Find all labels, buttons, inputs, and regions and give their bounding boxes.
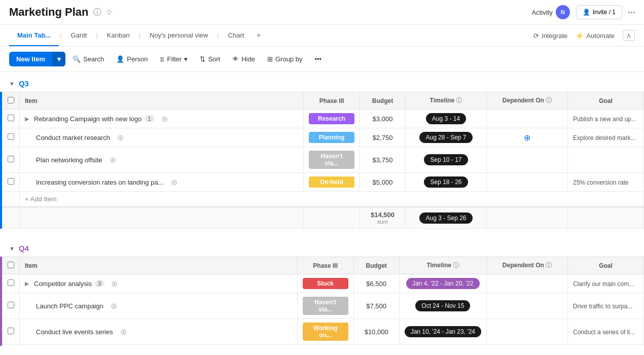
phase-badge[interactable]: Research — [309, 113, 354, 124]
new-item-dropdown-arrow[interactable]: ▾ — [52, 52, 65, 66]
phase-badge[interactable]: On-hold — [309, 176, 354, 188]
row-checkbox-cell[interactable] — [3, 128, 20, 147]
filter-button[interactable]: ⧖ Filter ▾ — [155, 52, 193, 66]
timeline-cell[interactable]: Aug 28 - Sep 7 — [406, 128, 487, 147]
select-all-q4[interactable] — [8, 262, 14, 268]
add-item-row[interactable]: + Add Item — [3, 345, 644, 346]
budget-value: $5,000 — [373, 179, 393, 186]
col-check-q4[interactable] — [3, 257, 20, 274]
hide-button[interactable]: 👁 Hide — [227, 52, 260, 66]
item-badge: 3 — [95, 280, 104, 287]
timeline-cell[interactable]: Oct 24 - Nov 15 — [399, 293, 486, 319]
timeline-badge[interactable]: Sep 18 - 26 — [424, 176, 468, 188]
phase-badge[interactable]: Haven't sta... — [309, 151, 354, 169]
timeline-badge[interactable]: Jan 4, '22 - Jan 20, '22 — [406, 278, 480, 289]
timeline-info-icon-q4[interactable]: ⓘ — [453, 262, 459, 269]
phase-cell[interactable]: Stuck — [297, 274, 353, 293]
star-icon[interactable]: ☆ — [105, 7, 113, 18]
tab-kanban[interactable]: Kanban — [99, 25, 138, 46]
collapse-button[interactable]: ∧ — [623, 30, 635, 41]
row-checkbox[interactable] — [8, 302, 14, 308]
row-expand-arrow[interactable]: ▶ — [25, 116, 29, 122]
phase-badge[interactable]: Planning — [309, 132, 354, 143]
item-name: Conduct market research⊕ — [25, 133, 298, 143]
dependent-on-cell[interactable] — [487, 147, 568, 173]
group-q4-collapse[interactable]: ▼ — [9, 245, 15, 252]
automate-button[interactable]: ⚡ Automate — [576, 32, 615, 40]
row-checkbox[interactable] — [8, 115, 14, 121]
activity-button[interactable]: Activity N — [531, 5, 569, 19]
dependent-on-cell[interactable] — [487, 173, 568, 192]
sort-button[interactable]: ⇅ Sort — [195, 52, 225, 66]
row-expand-arrow[interactable]: ▶ — [25, 280, 29, 287]
tab-chart[interactable]: Chart — [220, 25, 253, 46]
timeline-badge[interactable]: Sep 10 - 17 — [424, 154, 468, 165]
row-checkbox[interactable] — [8, 178, 14, 185]
dependent-on-cell[interactable] — [487, 293, 568, 319]
add-sub-item-icon[interactable]: ⊕ — [161, 114, 168, 124]
dependent-on-cell[interactable] — [487, 274, 568, 293]
tab-add-button[interactable]: + — [252, 25, 265, 46]
new-item-button[interactable]: New Item ▾ — [9, 52, 65, 66]
timeline-cell[interactable]: Sep 18 - 26 — [406, 173, 487, 192]
info-icon[interactable]: ⓘ — [93, 7, 101, 18]
timeline-cell[interactable]: Aug 3 - 14 — [406, 110, 487, 128]
dependent-on-cell[interactable]: ⊕ — [487, 128, 568, 147]
add-sub-item-icon[interactable]: ⊕ — [111, 279, 118, 289]
row-checkbox[interactable] — [8, 279, 14, 286]
timeline-info-icon-q3[interactable]: ⓘ — [456, 97, 462, 104]
invite-button[interactable]: 👤 Invite / 1 — [576, 5, 622, 19]
more-toolbar-button[interactable]: ••• — [309, 52, 327, 66]
group-q3-collapse[interactable]: ▼ — [9, 81, 15, 87]
group-by-button[interactable]: ⊞ Group by — [262, 52, 307, 66]
dependent-on-cell[interactable] — [487, 110, 568, 128]
dep-info-icon-q4[interactable]: ⓘ — [546, 262, 552, 269]
col-check-q3[interactable] — [3, 92, 20, 110]
row-checkbox[interactable] — [8, 156, 14, 162]
select-all-q3[interactable] — [8, 97, 14, 103]
timeline-badge[interactable]: Oct 24 - Nov 15 — [415, 300, 470, 311]
phase-badge[interactable]: Haven't sta... — [303, 297, 348, 315]
phase-cell[interactable]: On-hold — [304, 173, 360, 192]
integrate-button[interactable]: ⟳ Integrate — [533, 32, 567, 40]
dep-info-icon-q3[interactable]: ⓘ — [546, 97, 552, 104]
group-by-label: Group by — [275, 55, 302, 63]
add-sub-item-icon[interactable]: ⊕ — [120, 327, 127, 337]
row-checkbox-cell[interactable] — [3, 293, 20, 319]
add-sub-item-icon[interactable]: ⊕ — [117, 133, 124, 143]
phase-cell[interactable]: Planning — [304, 128, 360, 147]
phase-badge[interactable]: Working on... — [303, 323, 348, 341]
row-checkbox-cell[interactable] — [3, 110, 20, 128]
add-sub-item-icon[interactable]: ⊕ — [110, 155, 116, 165]
add-sub-item-icon[interactable]: ⊕ — [171, 178, 177, 187]
row-checkbox-cell[interactable] — [3, 319, 20, 345]
tab-main[interactable]: Main Tab... — [9, 25, 59, 46]
row-checkbox[interactable] — [8, 328, 14, 334]
phase-cell[interactable]: Research — [304, 110, 360, 128]
row-checkbox[interactable] — [8, 133, 14, 140]
tab-gantt[interactable]: Gantt — [63, 25, 95, 46]
add-sub-item-icon[interactable]: ⊕ — [111, 301, 117, 311]
row-checkbox-cell[interactable] — [3, 274, 20, 293]
phase-badge[interactable]: Stuck — [303, 278, 348, 289]
row-checkbox-cell[interactable] — [3, 147, 20, 173]
add-dependent-icon[interactable]: ⊕ — [524, 133, 530, 142]
add-item-label[interactable]: + Add Item — [20, 345, 644, 346]
timeline-badge[interactable]: Jan 10, '24 - Jan 23, '24 — [405, 326, 481, 337]
timeline-cell[interactable]: Jan 10, '24 - Jan 23, '24 — [399, 319, 486, 345]
phase-cell[interactable]: Haven't sta... — [304, 147, 360, 173]
timeline-cell[interactable]: Sep 10 - 17 — [406, 147, 487, 173]
add-item-label[interactable]: + Add Item — [20, 192, 644, 207]
row-checkbox-cell[interactable] — [3, 173, 20, 192]
timeline-cell[interactable]: Jan 4, '22 - Jan 20, '22 — [399, 274, 486, 293]
person-button[interactable]: 👤 Person — [111, 52, 153, 66]
phase-cell[interactable]: Haven't sta... — [297, 293, 353, 319]
add-item-row[interactable]: + Add Item — [3, 192, 644, 207]
timeline-badge[interactable]: Aug 3 - 14 — [426, 113, 466, 124]
more-options-button[interactable] — [628, 12, 635, 13]
search-button[interactable]: 🔍 Search — [67, 52, 109, 66]
tab-personal-view[interactable]: Noy's personal view — [141, 25, 216, 46]
timeline-badge[interactable]: Aug 28 - Sep 7 — [419, 132, 472, 143]
dependent-on-cell[interactable] — [487, 319, 568, 345]
phase-cell[interactable]: Working on... — [297, 319, 353, 345]
